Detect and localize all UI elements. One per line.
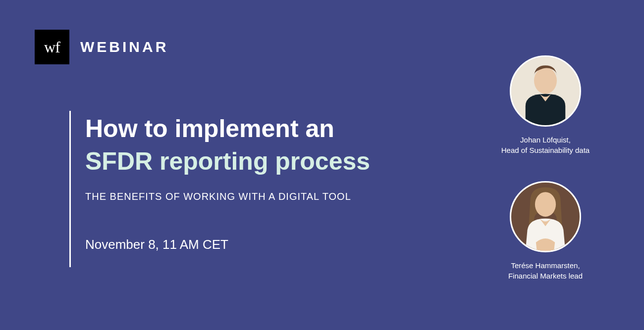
title-line-2: SFDR reporting process [85, 146, 452, 176]
speaker-name: Johan Löfquist, [520, 135, 571, 145]
speaker-name: Terése Hammarsten, [511, 260, 580, 271]
avatar [510, 55, 581, 127]
speaker-role: Financial Markets lead [508, 271, 583, 281]
speaker-card: Terése Hammarsten, Financial Markets lea… [508, 181, 583, 281]
main-content: How to implement an SFDR reporting proce… [85, 114, 452, 252]
avatar [510, 181, 581, 252]
brand-label: WEBINAR [80, 39, 168, 55]
subtitle: THE BENEFITS OF WORKING WITH A DIGITAL T… [85, 191, 452, 202]
webinar-slide: wf WEBINAR How to implement an SFDR repo… [0, 0, 644, 330]
svg-point-3 [535, 192, 556, 217]
logo-icon: wf [35, 30, 69, 64]
svg-point-1 [534, 67, 557, 94]
event-datetime: November 8, 11 AM CET [85, 237, 452, 252]
speaker-card: Johan Löfquist, Head of Sustainability d… [501, 55, 590, 155]
speakers-column: Johan Löfquist, Head of Sustainability d… [488, 55, 602, 281]
speaker-role: Head of Sustainability data [501, 145, 590, 155]
brand-row: wf WEBINAR [35, 30, 168, 64]
title-line-1: How to implement an [85, 114, 452, 143]
vertical-divider [69, 111, 71, 267]
